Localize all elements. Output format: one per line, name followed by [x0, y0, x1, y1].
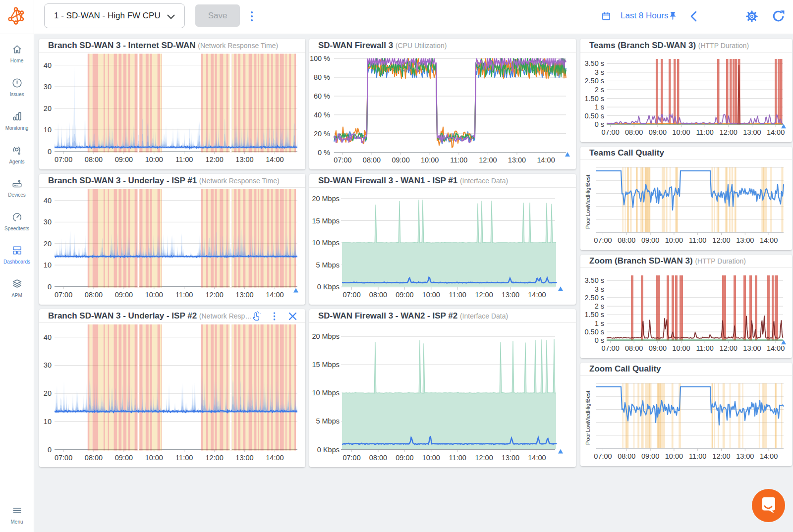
svg-text:08:00: 08:00 [369, 454, 387, 462]
svg-text:Best: Best [585, 390, 591, 402]
svg-text:08:00: 08:00 [85, 291, 103, 299]
svg-text:10: 10 [44, 126, 52, 134]
svg-text:1 s: 1 s [595, 319, 604, 327]
svg-text:11:00: 11:00 [689, 452, 706, 460]
svg-text:12:00: 12:00 [475, 454, 493, 462]
svg-text:13:00: 13:00 [736, 236, 754, 244]
svg-text:12:00: 12:00 [475, 291, 493, 299]
svg-text:0 s: 0 s [595, 336, 604, 344]
svg-text:11:00: 11:00 [175, 454, 193, 462]
svg-text:12:00: 12:00 [205, 156, 223, 163]
svg-text:80 %: 80 % [314, 73, 330, 81]
svg-text:20 %: 20 % [314, 130, 330, 138]
svg-text:40: 40 [44, 61, 52, 69]
svg-text:20 Mbps: 20 Mbps [312, 195, 340, 203]
svg-text:08:00: 08:00 [363, 156, 381, 164]
svg-text:20: 20 [44, 389, 52, 397]
svg-text:07:00: 07:00 [601, 344, 619, 352]
svg-text:0 Kbps: 0 Kbps [317, 446, 340, 454]
svg-text:12:00: 12:00 [720, 344, 737, 352]
svg-text:10:00: 10:00 [145, 291, 163, 299]
svg-text:09:00: 09:00 [115, 156, 133, 163]
svg-text:09:00: 09:00 [649, 128, 667, 136]
svg-text:11:00: 11:00 [696, 344, 714, 352]
svg-text:11:00: 11:00 [450, 156, 467, 164]
svg-text:13:00: 13:00 [235, 454, 253, 462]
svg-text:08:00: 08:00 [625, 344, 643, 352]
svg-text:14:00: 14:00 [760, 452, 778, 460]
svg-text:08:00: 08:00 [369, 291, 387, 299]
svg-text:5 Mbps: 5 Mbps [316, 417, 340, 425]
svg-text:3.50 s: 3.50 s [585, 59, 605, 67]
svg-text:3.50 s: 3.50 s [585, 276, 605, 284]
svg-text:0 %: 0 % [318, 149, 330, 157]
svg-text:0: 0 [48, 446, 52, 454]
svg-text:10 Mbps: 10 Mbps [312, 389, 340, 397]
svg-text:100 %: 100 % [310, 54, 330, 62]
svg-text:09:00: 09:00 [641, 452, 659, 460]
svg-text:13:00: 13:00 [235, 156, 253, 163]
svg-text:0: 0 [48, 148, 52, 156]
svg-text:10: 10 [44, 418, 52, 426]
svg-text:12:00: 12:00 [720, 128, 737, 136]
svg-text:0.50 s: 0.50 s [585, 328, 605, 336]
svg-text:12:00: 12:00 [479, 156, 497, 164]
svg-text:3 s: 3 s [595, 285, 604, 293]
svg-text:3 s: 3 s [595, 68, 604, 76]
svg-text:10:00: 10:00 [665, 452, 683, 460]
svg-text:40: 40 [44, 197, 52, 205]
svg-text:09:00: 09:00 [115, 454, 133, 462]
svg-text:10:00: 10:00 [422, 454, 440, 462]
svg-text:60 %: 60 % [314, 92, 330, 100]
svg-text:12:00: 12:00 [712, 236, 730, 244]
svg-text:0.50 s: 0.50 s [585, 112, 605, 120]
svg-text:2 s: 2 s [595, 86, 604, 94]
svg-text:14:00: 14:00 [537, 156, 555, 164]
svg-text:11:00: 11:00 [449, 291, 466, 299]
svg-text:2.50 s: 2.50 s [585, 293, 605, 301]
svg-text:0 s: 0 s [595, 120, 604, 128]
svg-text:0 Kbps: 0 Kbps [317, 283, 340, 291]
svg-text:Med.: Med. [585, 194, 591, 207]
svg-text:07:00: 07:00 [55, 156, 72, 163]
svg-text:09:00: 09:00 [115, 291, 133, 299]
svg-text:10:00: 10:00 [665, 236, 683, 244]
svg-text:13:00: 13:00 [235, 291, 253, 299]
svg-text:40 %: 40 % [314, 111, 330, 119]
svg-text:10:00: 10:00 [145, 454, 163, 462]
svg-text:0: 0 [48, 283, 52, 291]
svg-text:1 s: 1 s [595, 103, 604, 111]
svg-text:Low: Low [585, 205, 591, 216]
svg-text:12:00: 12:00 [205, 454, 223, 462]
svg-text:08:00: 08:00 [85, 454, 103, 462]
svg-text:07:00: 07:00 [55, 454, 72, 462]
svg-text:10: 10 [44, 261, 52, 269]
svg-text:11:00: 11:00 [449, 454, 466, 462]
svg-text:10:00: 10:00 [672, 344, 690, 352]
svg-text:09:00: 09:00 [396, 291, 413, 299]
svg-text:15 Mbps: 15 Mbps [312, 217, 340, 225]
svg-text:12:00: 12:00 [205, 291, 223, 299]
svg-text:10:00: 10:00 [672, 128, 690, 136]
svg-text:09:00: 09:00 [396, 454, 413, 462]
svg-text:13:00: 13:00 [736, 452, 754, 460]
svg-text:10:00: 10:00 [421, 156, 439, 164]
svg-text:09:00: 09:00 [641, 236, 659, 244]
svg-text:1.50 s: 1.50 s [585, 95, 605, 103]
svg-text:1.50 s: 1.50 s [585, 311, 605, 319]
svg-text:30: 30 [44, 83, 52, 91]
svg-text:5 Mbps: 5 Mbps [316, 261, 340, 269]
svg-text:08:00: 08:00 [618, 452, 635, 460]
svg-text:14:00: 14:00 [266, 291, 283, 299]
svg-text:08:00: 08:00 [625, 128, 643, 136]
svg-text:14:00: 14:00 [266, 454, 283, 462]
svg-text:14:00: 14:00 [528, 454, 546, 462]
svg-text:11:00: 11:00 [696, 128, 714, 136]
svg-text:11:00: 11:00 [689, 236, 706, 244]
svg-text:Best: Best [585, 174, 591, 186]
svg-text:2.50 s: 2.50 s [585, 77, 605, 85]
svg-text:40: 40 [44, 333, 52, 341]
svg-text:08:00: 08:00 [618, 236, 635, 244]
svg-text:08:00: 08:00 [85, 156, 103, 163]
svg-text:Med.: Med. [585, 410, 591, 423]
